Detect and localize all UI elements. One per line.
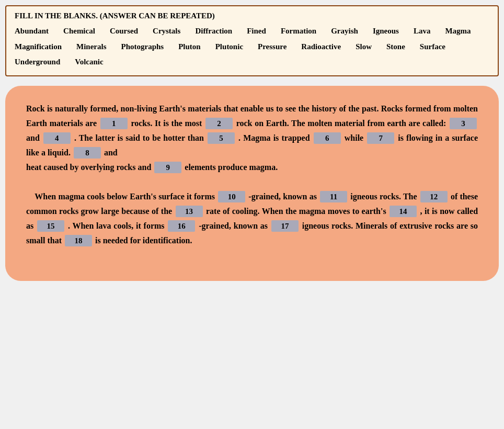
blank-12[interactable]: 12 <box>420 191 448 202</box>
blank-18[interactable]: 18 <box>65 235 92 246</box>
word-minerals: Minerals <box>76 40 107 54</box>
text-p1-d: . Magma is trapped <box>238 133 313 142</box>
text-and-1: and <box>26 133 42 142</box>
text-p2-a: -grained, known as <box>248 192 319 201</box>
text-and-2: and <box>104 148 118 157</box>
word-grayish: Grayish <box>331 25 358 38</box>
word-slow: Slow <box>356 40 372 54</box>
word-pluton: Pluton <box>178 40 201 54</box>
word-igneous: Igneous <box>373 25 399 38</box>
blank-3[interactable]: 3 <box>450 118 477 129</box>
text-p1-a: rocks. It is the most <box>131 119 204 128</box>
word-pressure: Pressure <box>258 40 287 54</box>
word-plutonic: Plutonic <box>215 40 243 54</box>
blank-6[interactable]: 6 <box>314 132 341 144</box>
blank-16[interactable]: 16 <box>168 220 195 232</box>
blank-5[interactable]: 5 <box>208 132 235 144</box>
blank-17[interactable]: 17 <box>271 220 299 232</box>
text-p2-i: is needed for identification. <box>95 236 192 245</box>
main-content: Rock is naturally formed, non-living Ear… <box>5 86 499 281</box>
text-p2-f: . When lava cools, it forms <box>68 221 167 230</box>
blank-14[interactable]: 14 <box>390 206 417 217</box>
blank-2[interactable]: 2 <box>205 118 233 129</box>
text-p2-g: -grained, known as <box>199 221 270 230</box>
word-bank: FILL IN THE BLANKS. (ANSWER CAN BE REPEA… <box>5 5 499 76</box>
word-chemical: Chemical <box>63 25 95 38</box>
text-p2-indent: When magma cools below Earth's surface i… <box>26 192 217 201</box>
blank-11[interactable]: 11 <box>320 191 347 202</box>
word-surface: Surface <box>420 40 445 54</box>
word-underground: Underground <box>15 55 60 69</box>
word-crystals: Crystals <box>153 25 180 38</box>
word-fined: Fined <box>247 25 266 38</box>
text-p1-f: heat caused by overlying rocks and <box>26 163 153 172</box>
blank-1[interactable]: 1 <box>100 118 128 129</box>
blank-7[interactable]: 7 <box>367 132 394 144</box>
text-p1-c: . The latter is said to be hotter than <box>74 133 207 142</box>
word-stone: Stone <box>386 40 405 54</box>
word-bank-words: Abundant Chemical Coursed Crystals Diffr… <box>15 25 489 69</box>
word-coursed: Coursed <box>110 25 138 38</box>
word-lava: Lava <box>414 25 431 38</box>
word-magma: Magma <box>445 25 471 38</box>
blank-15[interactable]: 15 <box>37 220 64 232</box>
word-volcanic: Volcanic <box>75 55 103 69</box>
text-p1-g: elements produce magma. <box>185 163 278 172</box>
paragraph-2: When magma cools below Earth's surface i… <box>26 189 478 248</box>
word-radioactive: Radioactive <box>301 40 341 54</box>
text-p1-b: rock on Earth. The molten material from … <box>236 119 449 128</box>
blank-9[interactable]: 9 <box>154 162 181 173</box>
text-p2-d: rate of cooling. When the magma moves to… <box>206 207 388 216</box>
blank-8[interactable]: 8 <box>74 147 101 159</box>
word-magnification: Magnification <box>15 40 62 54</box>
word-photographs: Photographs <box>121 40 164 54</box>
text-p2-b: igneous rocks. The <box>350 192 419 201</box>
word-diffraction: Diffraction <box>195 25 232 38</box>
word-abundant: Abundant <box>15 25 49 38</box>
word-formation: Formation <box>281 25 316 38</box>
blank-4[interactable]: 4 <box>43 132 71 144</box>
blank-10[interactable]: 10 <box>218 191 245 202</box>
blank-13[interactable]: 13 <box>176 206 203 217</box>
text-while: while <box>345 133 366 142</box>
word-bank-title: FILL IN THE BLANKS. (ANSWER CAN BE REPEA… <box>15 12 489 20</box>
paragraph-1: Rock is naturally formed, non-living Ear… <box>26 101 478 175</box>
